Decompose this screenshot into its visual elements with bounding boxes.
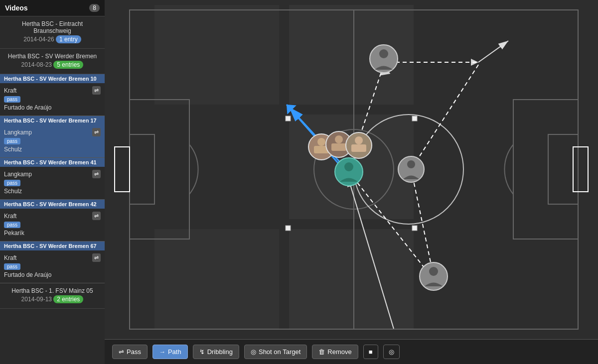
match-title-1: Hertha BSC - Eintracht Braunschweig [5, 20, 100, 34]
path-button[interactable]: → Path [152, 345, 188, 359]
swap-icon-17[interactable]: ⇌ [92, 128, 101, 136]
entry-group-10-title: Hertha BSC - SV Werder Bremen 10 [0, 74, 105, 83]
swap-icon-67[interactable]: ⇌ [92, 253, 101, 262]
football-field[interactable] [105, 0, 598, 339]
entry-row-67-to: Furtado de Araújo [4, 271, 101, 278]
entry-row-17-from: Langkamp ⇌ [4, 128, 101, 136]
entry-group-17[interactable]: Hertha BSC - SV Werder Bremen 17 Langkam… [0, 116, 105, 158]
shot-on-target-label: Shot on Target [259, 348, 300, 356]
entry-badge-mainz: 2 entries [53, 295, 83, 303]
dribbling-button[interactable]: ↯ Dribbling [193, 345, 239, 359]
shot-icon: ◎ [251, 348, 256, 356]
entry-row-10-from: Kraft ⇌ [4, 86, 101, 95]
svg-rect-3 [289, 229, 414, 329]
entry-row-67-from: Kraft ⇌ [4, 253, 101, 262]
entry-row-17-to: Schulz [4, 146, 101, 153]
match-group-braunschweig[interactable]: Hertha BSC - Eintracht Braunschweig 2014… [0, 16, 105, 49]
pass-label: Pass [127, 348, 141, 356]
entry-row-42-action: pass [4, 222, 101, 228]
entry-group-17-title: Hertha BSC - SV Werder Bremen 17 [0, 116, 105, 125]
trash-icon: 🗑 [318, 348, 325, 356]
svg-rect-50 [331, 143, 346, 151]
swap-icon-10[interactable]: ⇌ [92, 86, 101, 95]
to-player-42: Pekarík [4, 230, 24, 237]
from-player-67: Kraft [4, 254, 16, 261]
svg-rect-18 [286, 226, 291, 231]
entry-row-41-to: Schulz [4, 188, 101, 195]
entry-badge-1: 1 entry [56, 35, 81, 43]
match-title-mainz: Hertha BSC - 1. FSV Mainz 05 [5, 287, 100, 294]
path-icon: → [159, 348, 165, 356]
toolbar: ⇌ Pass → Path ↯ Dribbling ◎ Shot on Targ… [105, 339, 598, 364]
to-player-17: Schulz [4, 146, 22, 153]
entry-badge-2: 5 entries [53, 61, 83, 69]
from-player-17: Langkamp [4, 129, 32, 136]
entry-group-67[interactable]: Hertha BSC - SV Werder Bremen 67 Kraft ⇌… [0, 242, 105, 283]
match-group-werder[interactable]: Hertha BSC - SV Werder Bremen 2014-08-23… [0, 49, 105, 74]
action-badge-41: pass [4, 180, 20, 186]
action-badge-17: pass [4, 138, 20, 144]
to-player-10: Furtado de Araújo [4, 104, 51, 111]
sidebar-header: Videos 8 [0, 0, 105, 16]
entry-row-10-action: pass [4, 96, 101, 103]
pass-icon: ⇌ [119, 348, 124, 356]
from-player-42: Kraft [4, 213, 16, 220]
entry-row-67-action: pass [4, 263, 101, 270]
svg-rect-4 [154, 5, 279, 105]
sidebar: Videos 8 Hertha BSC - Eintracht Braunsch… [0, 0, 105, 364]
entry-group-42[interactable]: Hertha BSC - SV Werder Bremen 42 Kraft ⇌… [0, 200, 105, 242]
target-button[interactable]: ◎ [383, 345, 400, 359]
svg-point-41 [429, 267, 438, 276]
shot-on-target-button[interactable]: ◎ Shot on Target [244, 345, 307, 359]
entry-row-17-action: pass [4, 138, 101, 144]
svg-point-43 [344, 162, 353, 171]
svg-point-46 [317, 138, 325, 146]
svg-point-39 [407, 160, 415, 168]
swap-icon-42[interactable]: ⇌ [92, 212, 101, 220]
remove-label: Remove [327, 348, 351, 356]
match-group-mainz[interactable]: Hertha BSC - 1. FSV Mainz 05 2014-09-13 … [0, 283, 105, 309]
svg-point-49 [335, 135, 343, 143]
to-player-67: Furtado de Araújo [4, 271, 51, 278]
match-date-mainz: 2014-09-13 2 entries [5, 296, 100, 303]
match-date-1: 2014-04-26 1 entry [5, 36, 100, 43]
from-player-41: Langkamp [4, 171, 32, 178]
svg-point-37 [379, 49, 388, 58]
field-svg [105, 0, 598, 339]
dribbling-icon: ↯ [199, 348, 205, 356]
pass-button[interactable]: ⇌ Pass [112, 345, 148, 359]
entry-group-67-title: Hertha BSC - SV Werder Bremen 67 [0, 242, 105, 250]
to-player-41: Schulz [4, 188, 22, 195]
field-container: ⇌ Pass → Path ↯ Dribbling ◎ Shot on Targ… [105, 0, 598, 364]
entry-row-42-to: Pekarík [4, 230, 101, 237]
entry-group-41[interactable]: Hertha BSC - SV Werder Bremen 41 Langkam… [0, 158, 105, 200]
svg-rect-16 [286, 116, 291, 121]
svg-rect-17 [412, 116, 417, 121]
action-badge-42: pass [4, 222, 20, 228]
entry-group-41-title: Hertha BSC - SV Werder Bremen 41 [0, 158, 105, 167]
sidebar-title: Videos [5, 4, 28, 12]
match-date-2: 2014-08-23 5 entries [5, 61, 100, 68]
remove-button[interactable]: 🗑 Remove [312, 345, 358, 359]
svg-rect-53 [351, 144, 366, 152]
video-count-badge: 8 [89, 4, 100, 12]
entry-row-10-to: Furtado de Araújo [4, 104, 101, 111]
entry-row-41-action: pass [4, 180, 101, 186]
entry-row-41-from: Langkamp ⇌ [4, 170, 101, 178]
entry-row-42-from: Kraft ⇌ [4, 212, 101, 220]
target-icon: ◎ [389, 348, 394, 356]
svg-rect-19 [412, 226, 417, 231]
entry-group-42-title: Hertha BSC - SV Werder Bremen 42 [0, 200, 105, 209]
entry-group-10[interactable]: Hertha BSC - SV Werder Bremen 10 Kraft ⇌… [0, 74, 105, 116]
action-badge-10: pass [4, 96, 20, 103]
svg-rect-5 [154, 229, 279, 329]
svg-point-52 [355, 136, 363, 144]
stop-button[interactable]: ■ [363, 345, 378, 359]
action-badge-67: pass [4, 263, 20, 270]
path-label: Path [168, 348, 181, 356]
swap-icon-41[interactable]: ⇌ [92, 170, 101, 178]
from-player-10: Kraft [4, 87, 16, 94]
match-title-2: Hertha BSC - SV Werder Bremen [5, 53, 100, 60]
stop-icon: ■ [369, 348, 373, 356]
dribbling-label: Dribbling [207, 348, 233, 356]
